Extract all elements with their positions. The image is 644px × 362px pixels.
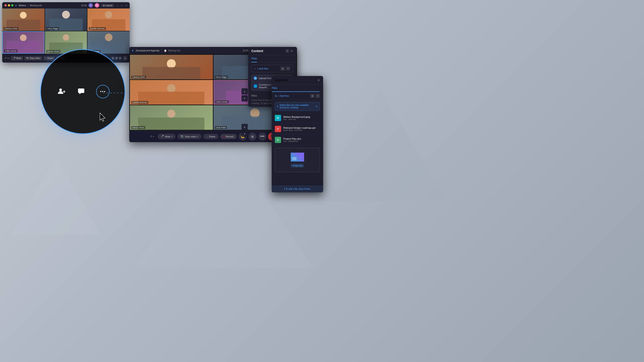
doc-file-icon: D (275, 137, 281, 143)
user-avatar-1[interactable]: A (88, 3, 93, 7)
close-button[interactable]: ✕ (125, 4, 128, 7)
large-share-icon: ↑ (206, 135, 208, 138)
participant-name-clarissa: Clarissa Smith (4, 27, 18, 30)
files-tab-1[interactable]: Files (251, 55, 257, 62)
layout-button[interactable]: ⊞ Layout (101, 4, 114, 7)
large-mute-button[interactable]: 🎤 Mute ▾ (158, 134, 176, 139)
participants-list-icon[interactable] (56, 86, 67, 97)
file-info-ppt: Rebrand Design roadmap.ppt Kevin Woo · 9… (283, 126, 320, 131)
file-item-webex[interactable]: W Webex Background.jpeg You · 9:00 AM (272, 113, 323, 124)
participant-avatar-sm-2: H (115, 56, 118, 60)
large-participant-name-henry: Henry Riggs (215, 76, 228, 78)
panel2-list-view-btn[interactable]: ☰ (316, 94, 320, 98)
share-button-small[interactable]: ↑ Share (44, 56, 55, 60)
alert-close-button[interactable]: ✕ (316, 105, 318, 108)
large-apps-button[interactable]: ⊞ (248, 132, 256, 141)
large-video-cell-clarissa: Clarissa Smith (130, 55, 213, 79)
small-window-subtitle: Meeting info (30, 4, 42, 7)
large-mute-label: Mute (165, 135, 170, 138)
large-refresh-icon: ↺ (150, 135, 152, 138)
large-window-time: 12:40 (242, 49, 248, 52)
file-item-doc[interactable]: D Project Plan.doc You · 08/28/2021 (272, 134, 323, 145)
add-files-button-2[interactable]: ⊕ + Add files (275, 94, 289, 97)
chat-icon[interactable] (76, 86, 87, 97)
large-share-button[interactable]: ↑ Share (203, 134, 218, 139)
scroll-up-control-2[interactable]: ▲ (242, 124, 248, 130)
user-avatar-2[interactable]: B (95, 3, 99, 7)
mute-button-small[interactable]: 🎤 Mute (11, 56, 23, 60)
scroll-down-control[interactable]: ▼ (242, 95, 248, 101)
large-ellipsis-icon: ••• (260, 134, 264, 139)
onedrive-icon (254, 84, 257, 88)
ppt-file-name: Rebrand Design roadmap.ppt (283, 126, 320, 129)
maximize-traffic-light[interactable] (11, 4, 14, 6)
panel-2-close-button[interactable]: ✕ (317, 78, 320, 82)
stop-video-button-small[interactable]: 📷 Stop video (24, 56, 42, 60)
stop-video-label: Stop video (30, 57, 40, 59)
participant-avatar-sm-3: + (118, 56, 122, 60)
panel-list-view-btn[interactable]: ☰ (286, 66, 290, 71)
video-cell-isabelle: Isabelle Brennan (88, 8, 130, 31)
large-share-label: Share (209, 135, 215, 138)
content-panel-1-title: Content (251, 49, 263, 53)
cursor-indicator (99, 112, 106, 122)
drop-hint-banner: ℹ To add a file, drop it here. (272, 186, 323, 192)
video-cell-clarissa: Clarissa Smith (2, 8, 44, 31)
files-tab-2[interactable]: Files (272, 85, 320, 92)
large-record-dot: ● (224, 135, 224, 138)
content-panel-2-title: Content (275, 78, 287, 82)
upload-computer-icon: ↑ (254, 77, 257, 80)
scroll-down-control-2[interactable]: ▼ (242, 131, 248, 137)
small-window-time: 12:40 (81, 4, 87, 7)
window-traffic-lights (4, 4, 14, 6)
large-more-small-icon: ▾ (153, 135, 154, 138)
ppt-file-meta: Kevin Woo · 9:00 AM (283, 129, 320, 131)
video-cell-henry: Henry Riggs (45, 8, 87, 31)
large-record-button[interactable]: ● Record (220, 134, 237, 139)
large-stop-video-button[interactable]: 📷 Stop video ▾ (177, 134, 202, 139)
large-participant-name-marise: Marise Torres (131, 126, 145, 129)
doc-file-name: Project Plan.doc (283, 137, 320, 140)
panel-1-close-button[interactable]: ✕ (290, 49, 293, 53)
maximize-button[interactable]: □ (120, 4, 123, 7)
file-info-doc: Project Plan.doc You · 08/28/2021 (283, 137, 320, 142)
large-video-cell-isabelle: Isabelle Brennan (130, 80, 213, 105)
panel-grid-view-btn[interactable]: ▦ (280, 66, 285, 71)
drop-info-icon: ℹ (284, 188, 285, 190)
file-item-ppt[interactable]: P Rebrand Design roadmap.ppt Kevin Woo ·… (272, 124, 323, 134)
webex-file-meta: You · 9:00 AM (283, 118, 320, 120)
webex-file-name: Webex Background.jpeg (283, 115, 320, 118)
large-webex-icon: ● (132, 49, 134, 52)
layout-icon: ⊞ (103, 4, 105, 7)
small-window-titlebar: ● Webex Meeting info 12:40 A B ⊞ Layout … (2, 2, 130, 8)
layout-label: Layout (106, 4, 112, 7)
participant-name-sofia: Sofia Gomez (4, 50, 18, 52)
content-panel-1-tabs: Files (248, 55, 296, 62)
scroll-up-btn[interactable]: ▲ (123, 56, 128, 60)
circle-menu-icons: ••• (56, 85, 110, 98)
more-options-button[interactable]: ••• (96, 85, 110, 98)
large-participant-name-umar: Umar Patel (215, 126, 227, 129)
panel2-grid-view-btn[interactable]: ▦ (310, 94, 314, 98)
content-panel-1-header: Content ⚙ ✕ (248, 47, 296, 55)
minimize-traffic-light[interactable] (8, 4, 10, 6)
participant-name-henry: Henry Riggs (46, 27, 59, 30)
add-files-button-1[interactable]: + + Add files ▦ ☰ (251, 65, 293, 72)
close-traffic-light[interactable] (4, 4, 7, 6)
ppt-file-icon: P (275, 126, 281, 132)
image-filename-label: image.png (291, 164, 304, 167)
doc-file-meta: You · 08/28/2021 (283, 140, 320, 142)
large-participant-name-clarissa: Clarissa Smith (131, 76, 146, 78)
ellipsis-icon: ••• (100, 89, 106, 94)
share-icon: ↑ (45, 57, 46, 59)
large-more-button[interactable]: ••• (258, 132, 266, 141)
file-drop-zone[interactable]: image.png (275, 148, 320, 172)
panel-1-settings-icon[interactable]: ⚙ (286, 49, 289, 53)
small-video-grid: Clarissa Smith Henry Riggs Isabelle Bren… (2, 8, 130, 54)
minimize-button[interactable]: — (116, 4, 118, 7)
content-panel-2-tabs: Files (272, 85, 323, 92)
large-mic-icon: 🎤 (161, 135, 164, 138)
scroll-up-control[interactable]: ▲ (242, 88, 248, 94)
camera-icon: 📷 (26, 57, 29, 59)
image-thumbnail (291, 153, 304, 162)
